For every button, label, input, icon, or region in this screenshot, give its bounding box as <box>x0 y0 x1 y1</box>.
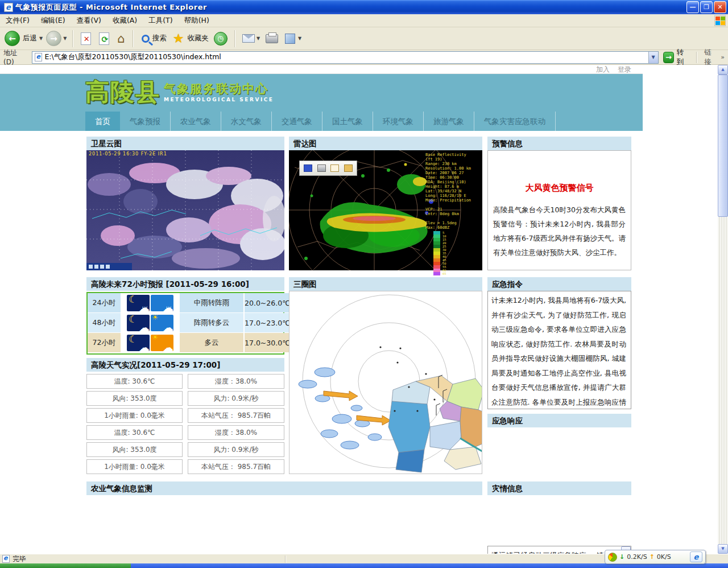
legend-swatch <box>433 262 440 265</box>
net-speed-widget[interactable]: ↓ 0.2K/S ↑ 0K/S e <box>605 550 706 564</box>
mail-dropdown-icon[interactable]: ▼ <box>257 36 260 41</box>
go-label[interactable]: 转到 <box>676 48 690 67</box>
nav-item[interactable]: 气象预报 <box>120 112 171 131</box>
address-value[interactable]: E:\气象台\原型20110530\原型20110530\index.html <box>44 52 648 62</box>
menu-bar: 文件(F)编辑(E)查看(V)收藏(A)工具(T)帮助(H) <box>0 14 728 27</box>
home-button[interactable]: ⌂ <box>117 31 125 46</box>
edit-button[interactable] <box>285 34 295 44</box>
stop-button[interactable]: ✕ <box>81 32 91 45</box>
print-icon[interactable] <box>317 164 326 172</box>
logo-service-en: METEOROLOGICAL SERVICE <box>164 97 274 102</box>
mail-button[interactable] <box>242 34 255 43</box>
menu-item[interactable]: 查看(V) <box>71 14 107 27</box>
radar-meta: Base Reflectivity(ft 19)Range: 230 kmRes… <box>425 153 480 275</box>
forecast-period: 48小时 <box>88 313 121 332</box>
folder-icon[interactable] <box>344 164 353 172</box>
security-shield-icon[interactable] <box>608 553 617 562</box>
menu-item[interactable]: 收藏(A) <box>107 14 143 27</box>
radar-meta-line: VCP: 21 <box>425 207 480 212</box>
go-arrow-icon[interactable]: → <box>663 52 675 63</box>
circles-map[interactable] <box>289 291 482 474</box>
forward-button[interactable]: → <box>46 31 61 46</box>
disaster-panel-title: 灾情信息 <box>487 481 631 495</box>
toolbar-separator <box>234 30 235 47</box>
print-button[interactable] <box>266 34 278 43</box>
legend-swatch <box>433 265 440 269</box>
nav-item[interactable]: 气象灾害应急联动 <box>474 112 556 131</box>
radar-meta-line: Mode: Precipitation <box>425 198 480 203</box>
live-cell: 本站气压： 985.7百帕 <box>188 459 284 474</box>
logo-county: 高陵县 <box>85 77 160 107</box>
search-label[interactable]: 搜索 <box>152 34 167 43</box>
nav-item[interactable]: 农业气象 <box>171 112 221 131</box>
nav-item[interactable]: 旅游气象 <box>424 112 474 131</box>
night-rain-icon: ☾☁''' <box>127 295 150 311</box>
history-button[interactable]: ◷ <box>214 32 228 46</box>
save-icon[interactable] <box>304 164 312 172</box>
warning-headline: 大风黄色预警信号 <box>493 183 626 194</box>
edit-dropdown-icon[interactable]: ▼ <box>298 36 301 41</box>
start-button-fragment[interactable] <box>0 563 131 568</box>
back-button[interactable]: ← <box>5 31 20 46</box>
links-label[interactable]: 链接 <box>704 48 718 67</box>
forecast-period: 24小时 <box>88 293 121 312</box>
command-panel-title: 应急指令 <box>487 277 631 291</box>
nav-item[interactable]: 国土气象 <box>322 112 373 131</box>
scroll-up-icon[interactable]: ▲ <box>718 65 728 75</box>
legend-swatch <box>433 272 440 275</box>
circles-panel-title: 三圈图 <box>289 277 482 291</box>
page-scrollbar[interactable]: ▲ ▼ <box>718 65 728 554</box>
browser-window: e 气象预报页面原型 - Microsoft Internet Explorer… <box>0 0 728 568</box>
maximize-button[interactable]: ❐ <box>700 1 713 13</box>
mail-icon[interactable] <box>330 164 339 172</box>
radar-image[interactable]: Base Reflectivity(ft 19)Range: 230 kmRes… <box>289 150 482 270</box>
back-label[interactable]: 后退 <box>23 34 37 43</box>
forward-dropdown-icon[interactable]: ▼ <box>63 36 67 41</box>
menu-item[interactable]: 帮助(H) <box>179 14 215 27</box>
go-button[interactable]: → 转到 <box>663 48 696 67</box>
satellite-panel-title: 卫星云图 <box>86 137 284 150</box>
radar-meta-line: RDA: Beijing (10) <box>425 180 480 184</box>
radar-meta-line: Cntr: 0deg 0km <box>425 212 480 216</box>
forecast-icons: ☾☁☀☁ <box>122 333 179 352</box>
window-title: 气象预报页面原型 - Microsoft Internet Explorer <box>15 2 685 13</box>
favorites-star-icon[interactable]: ★ <box>173 32 184 46</box>
taskbar[interactable] <box>0 563 728 568</box>
satellite-overlay-text: 2011-05-29 16:30 FY-2E IR1 <box>89 151 167 157</box>
forecast-row: 72小时☾☁☀☁多云17.0~30.0℃ <box>88 333 283 352</box>
live-cell: 温度: 30.6℃ <box>86 425 183 440</box>
menu-item[interactable]: 工具(T) <box>143 14 178 27</box>
nav-item[interactable]: 环境气象 <box>373 112 424 131</box>
status-page-icon: e <box>2 555 10 563</box>
refresh-button[interactable]: ⟳ <box>99 32 109 45</box>
nav-item[interactable]: 首页 <box>85 112 120 131</box>
join-link[interactable]: 加入 <box>596 65 610 73</box>
scroll-down-icon[interactable]: ▼ <box>718 544 728 554</box>
address-dropdown-button[interactable]: ▼ <box>648 52 658 63</box>
radar-meta-line: Max: 60dBZ <box>425 225 480 230</box>
agri-panel-title: 农业气象信息监测 <box>86 481 482 495</box>
menu-item[interactable]: 编辑(E) <box>35 14 71 27</box>
command-text: 计未来12小时内, 我县局地将有6-7级大风, 并伴有沙尘天气, 为了做好防范工… <box>488 291 631 409</box>
live-cell: 风力: 0.9米/秒 <box>188 442 284 457</box>
warning-panel-title: 预警信息 <box>487 137 631 150</box>
radar-meta-line: Range: 230 km <box>425 162 480 166</box>
favorites-label[interactable]: 收藏夹 <box>187 34 209 43</box>
forecast-temp: 20.0~26.0℃ <box>245 293 290 312</box>
minimize-button[interactable]: — <box>686 1 699 13</box>
address-input[interactable]: e E:\气象台\原型20110530\原型20110530\index.htm… <box>32 51 658 64</box>
night-cloud-icon: ☾☁ <box>127 315 150 331</box>
login-link[interactable]: 登录 <box>618 65 631 73</box>
ie-badge-icon[interactable]: e <box>690 551 702 562</box>
close-button[interactable]: ✕ <box>714 1 726 13</box>
nav-item[interactable]: 交通气象 <box>272 112 322 131</box>
satellite-image[interactable]: 2011-05-29 16:30 FY-2E IR1 <box>86 150 284 270</box>
nav-item[interactable]: 水文气象 <box>221 112 272 131</box>
search-icon[interactable] <box>142 35 150 43</box>
forecast-table: 24小时☾☁'''☁'''中雨转阵雨20.0~26.0℃48小时☾☁☀☁阵雨转多… <box>86 292 284 355</box>
links-chevron-icon[interactable]: » <box>721 53 725 61</box>
scrollbar-thumb[interactable] <box>718 75 728 217</box>
back-dropdown-icon[interactable]: ▼ <box>39 36 43 41</box>
menu-item[interactable]: 文件(F) <box>0 14 35 27</box>
radar-meta-line: Time: 06:30:00 <box>425 175 480 180</box>
